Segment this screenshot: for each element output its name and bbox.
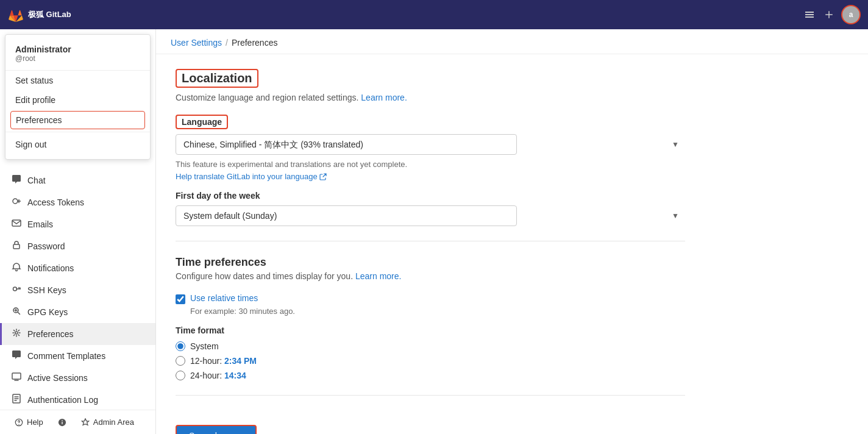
logo-text: 极狐 GitLab xyxy=(28,9,71,20)
time-preferences-title: Time preferences xyxy=(176,256,685,269)
sidebar-item-emails-label: Emails xyxy=(27,219,53,229)
help-btn[interactable]: Help xyxy=(10,415,48,429)
breadcrumb-separator: / xyxy=(226,38,228,48)
sidebar-item-active-sessions[interactable]: Active Sessions xyxy=(0,367,155,389)
translate-link-text: Help translate GitLab into your language xyxy=(176,172,318,181)
use-relative-times-row: Use relative times xyxy=(176,293,685,304)
sidebar-item-ssh-keys[interactable]: SSH Keys xyxy=(0,279,155,301)
svg-rect-9 xyxy=(12,373,21,379)
help-label: Help xyxy=(27,418,43,427)
localization-section: Localization Customize language and regi… xyxy=(176,69,685,226)
page-content: Localization Customize language and regi… xyxy=(156,54,705,434)
sidebar-item-preferences[interactable]: Preferences xyxy=(0,323,155,345)
first-day-label: First day of the week xyxy=(176,191,685,201)
user-avatar-btn[interactable]: a xyxy=(841,5,861,24)
radio-24hour-input[interactable] xyxy=(176,371,185,380)
sidebar-item-gpg-keys-label: GPG Keys xyxy=(27,307,68,317)
first-day-select[interactable]: System default (Sunday) Monday Saturday … xyxy=(176,205,517,226)
section-divider xyxy=(176,241,685,241)
authentication-log-icon xyxy=(12,394,21,406)
translate-link[interactable]: Help translate GitLab into your language xyxy=(176,172,327,181)
radio-system-label: System xyxy=(190,341,219,351)
access-tokens-icon xyxy=(12,196,21,208)
time-preferences-desc: Configure how dates and times display fo… xyxy=(176,271,685,281)
sidebar-item-access-tokens-label: Access Tokens xyxy=(27,197,84,207)
sidebar-item-authentication-log-label: Authentication Log xyxy=(27,395,98,405)
whats-new-btn[interactable] xyxy=(53,416,71,429)
first-day-field: First day of the week System default (Su… xyxy=(176,191,685,226)
breadcrumb-current: Preferences xyxy=(232,38,277,48)
sidebar-bottom: Help Admin Area xyxy=(0,410,155,434)
localization-desc: Customize language and region related se… xyxy=(176,93,685,102)
sidebar-item-password[interactable]: Password xyxy=(0,235,155,257)
user-menu-handle: @root xyxy=(15,54,140,63)
language-field: Language Chinese, Simplified - 简体中文 (93%… xyxy=(176,115,685,181)
sidebar-toggle-btn[interactable] xyxy=(802,7,817,22)
sidebar-item-preferences-label: Preferences xyxy=(27,329,73,339)
emails-icon xyxy=(12,218,21,230)
menu-item-preferences[interactable]: Preferences xyxy=(10,111,145,129)
relative-times-example: For example: 30 minutes ago. xyxy=(190,307,685,316)
svg-rect-2 xyxy=(805,16,814,18)
notifications-icon xyxy=(12,262,21,274)
use-relative-times-label: Use relative times xyxy=(190,293,258,303)
sidebar-item-notifications-label: Notifications xyxy=(27,263,74,273)
language-select[interactable]: Chinese, Simplified - 简体中文 (93% translat… xyxy=(176,134,517,155)
sidebar-item-comment-templates-label: Comment Templates xyxy=(27,351,105,361)
svg-rect-0 xyxy=(805,12,814,13)
svg-rect-5 xyxy=(13,244,20,249)
sidebar-item-gpg-keys[interactable]: GPG Keys xyxy=(0,301,155,323)
menu-item-set-status[interactable]: Set status xyxy=(5,71,150,90)
avatar-initials: a xyxy=(849,10,853,19)
user-menu-header: Administrator @root xyxy=(5,40,150,71)
sidebar-item-emails[interactable]: Emails xyxy=(0,213,155,235)
sidebar-item-ssh-keys-label: SSH Keys xyxy=(27,285,66,295)
time-format-label: Time format xyxy=(176,326,685,335)
external-link-icon xyxy=(319,173,327,180)
sidebar-item-chat[interactable]: Chat xyxy=(0,169,155,191)
password-icon xyxy=(12,240,21,252)
whats-new-icon xyxy=(58,418,66,427)
sidebar-item-access-tokens[interactable]: Access Tokens xyxy=(0,191,155,213)
sidebar-nav: Chat Access Tokens Emails xyxy=(0,165,155,434)
language-label: Language xyxy=(176,115,228,129)
chat-icon xyxy=(12,174,21,187)
svg-rect-4 xyxy=(12,220,21,226)
localization-learn-more-link[interactable]: Learn more. xyxy=(361,93,407,102)
sidebar-item-chat-label: Chat xyxy=(27,176,46,185)
bottom-divider xyxy=(176,395,685,396)
user-menu-name: Administrator xyxy=(15,44,140,54)
new-item-btn[interactable] xyxy=(822,7,836,22)
gpg-keys-icon xyxy=(12,306,21,318)
sidebar-item-authentication-log[interactable]: Authentication Log xyxy=(0,389,155,411)
time-preferences-desc-text: Configure how dates and times display fo… xyxy=(176,271,353,281)
language-select-arrow: ▼ xyxy=(672,140,679,149)
sidebar-item-active-sessions-label: Active Sessions xyxy=(27,373,88,383)
radio-system-input[interactable] xyxy=(176,341,185,351)
time-preferences-learn-more-link[interactable]: Learn more. xyxy=(355,271,401,281)
svg-point-8 xyxy=(15,332,18,334)
radio-24hour: 24-hour: 14:34 xyxy=(176,371,685,380)
help-icon xyxy=(15,418,23,427)
radio-12hour: 12-hour: 2:34 PM xyxy=(176,356,685,366)
admin-area-label: Admin Area xyxy=(93,418,134,427)
language-select-wrapper: Chinese, Simplified - 简体中文 (93% translat… xyxy=(176,134,685,155)
sidebar-item-comment-templates[interactable]: Comment Templates xyxy=(0,345,155,367)
active-sessions-icon xyxy=(12,372,21,384)
radio-12hour-input[interactable] xyxy=(176,356,185,366)
breadcrumb-parent[interactable]: User Settings xyxy=(171,38,222,48)
menu-item-sign-out[interactable]: Sign out xyxy=(5,135,150,154)
first-day-select-arrow: ▼ xyxy=(672,212,679,220)
admin-area-btn[interactable]: Admin Area xyxy=(76,415,139,429)
sidebar-item-notifications[interactable]: Notifications xyxy=(0,257,155,279)
gitlab-logo-icon xyxy=(7,6,24,23)
radio-24hour-label: 24-hour: 14:34 xyxy=(190,371,246,380)
ssh-keys-icon xyxy=(12,284,21,296)
save-changes-button[interactable]: Save changes xyxy=(176,425,257,434)
first-day-select-wrapper: System default (Sunday) Monday Saturday … xyxy=(176,205,685,226)
use-relative-times-checkbox[interactable] xyxy=(176,294,185,304)
menu-item-edit-profile[interactable]: Edit profile xyxy=(5,90,150,110)
radio-system: System xyxy=(176,341,685,351)
comment-templates-icon xyxy=(12,350,21,362)
radio-12hour-label: 12-hour: 2:34 PM xyxy=(190,356,257,366)
